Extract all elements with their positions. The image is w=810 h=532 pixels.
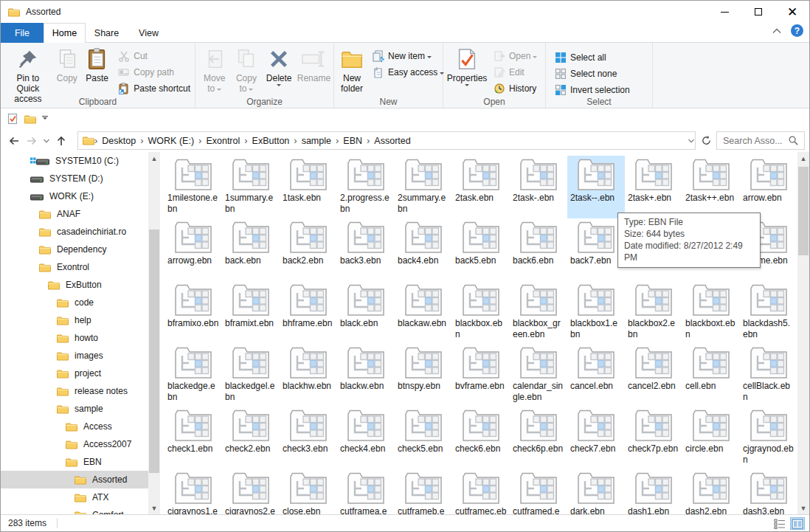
paste-shortcut-button[interactable]: Paste shortcut	[115, 80, 193, 97]
forward-button[interactable]	[23, 132, 41, 150]
copy-path-button[interactable]: Copy path	[115, 64, 193, 80]
help-button[interactable]: ?	[791, 24, 803, 37]
back-button[interactable]	[5, 132, 23, 150]
file-item-back3-ebn[interactable]: back3.ebn	[337, 218, 395, 281]
search-input[interactable]	[723, 136, 788, 146]
paste-button[interactable]: Paste	[82, 45, 112, 86]
file-item-2-progress-ebn[interactable]: 2.progress.ebn	[337, 156, 395, 218]
sidebar-item-atx[interactable]: ATX	[1, 488, 148, 506]
file-item-2task-ebn[interactable]: 2task++.ebn	[682, 156, 740, 218]
scroll-down-icon[interactable]: ▼	[797, 502, 809, 514]
easy-access-button[interactable]: Easy access	[370, 64, 447, 80]
sidebar-item-project[interactable]: project	[1, 365, 148, 382]
file-item-blackbox1-ebn[interactable]: blackbox1.ebn	[567, 281, 625, 344]
file-item-blackbox-ebn[interactable]: blackbox.ebn	[452, 281, 510, 344]
file-item-cancel2-ebn[interactable]: cancel2.ebn	[625, 344, 682, 407]
file-item-blackedgel-ebn[interactable]: blackedgel.ebn	[222, 344, 280, 407]
file-item-check6p-ebn[interactable]: check6p.ebn	[510, 407, 567, 469]
file-item-back7-ebn[interactable]: back7.ebn	[567, 218, 625, 281]
sidebar-scrollbar[interactable]: ▲ ▼	[148, 152, 160, 514]
minimize-button[interactable]	[707, 1, 741, 23]
file-item-blackedge-ebn[interactable]: blackedge.ebn	[165, 344, 222, 407]
file-item-blackw-ebn[interactable]: blackw.ebn	[337, 344, 395, 407]
file-item-check2-ebn[interactable]: check2.ebn	[222, 407, 280, 469]
tab-file[interactable]: File	[1, 23, 44, 43]
invert-selection-button[interactable]: Invert selection	[552, 82, 633, 98]
file-item-back2-ebn[interactable]: back2.ebn	[280, 218, 337, 281]
sidebar-item-access[interactable]: Access	[1, 418, 148, 435]
file-item-blackhw-ebn[interactable]: blackhw.ebn	[280, 344, 337, 407]
file-item-1milestone-ebn[interactable]: 1milestone.ebn	[165, 156, 222, 218]
up-button[interactable]	[52, 132, 70, 150]
file-item-back-ebn[interactable]: back.ebn	[222, 218, 280, 281]
tab-share[interactable]: Share	[86, 23, 128, 43]
file-item-back6-ebn[interactable]: back6.ebn	[510, 218, 567, 281]
breadcrumb-assorted[interactable]: Assorted	[370, 136, 415, 146]
file-item-blackboxt-ebn[interactable]: blackboxt.ebn	[682, 281, 740, 344]
properties-quick-icon[interactable]	[7, 113, 18, 125]
file-item-2summary-ebn[interactable]: 2summary.ebn	[395, 156, 452, 218]
details-view-button[interactable]	[772, 517, 787, 530]
file-item-cell-ebn[interactable]: cell.ebn	[682, 344, 740, 407]
file-item-btnspy-ebn[interactable]: btnspy.ebn	[395, 344, 452, 407]
sidebar-item-exontrol[interactable]: Exontrol	[1, 258, 148, 276]
sidebar-item-help[interactable]: help	[1, 311, 148, 329]
file-item-cancel-ebn[interactable]: cancel.ebn	[567, 344, 625, 407]
sidebar-item-comfort[interactable]: Comfort	[1, 506, 148, 514]
sidebar-item-sample[interactable]: sample	[1, 400, 148, 418]
new-folder-quick-icon[interactable]	[24, 114, 36, 124]
scroll-up-icon[interactable]: ▲	[797, 152, 809, 165]
select-all-button[interactable]: Select all	[552, 49, 633, 66]
rename-button[interactable]: Rename	[296, 45, 332, 86]
history-button[interactable]: History	[491, 80, 540, 97]
file-item-bframixo-ebn[interactable]: bframixo.ebn	[165, 281, 222, 344]
sidebar-item-release-notes[interactable]: release notes	[1, 382, 148, 400]
select-none-button[interactable]: Select none	[552, 66, 633, 82]
maximize-button[interactable]	[741, 1, 775, 23]
sidebar-item-assorted[interactable]: Assorted	[1, 471, 148, 488]
tab-home[interactable]: Home	[44, 23, 86, 43]
file-item-check6-ebn[interactable]: check6.ebn	[452, 407, 510, 469]
sidebar-item-access2007[interactable]: Access2007	[1, 435, 148, 453]
breadcrumb[interactable]: ›Desktop›WORK (E:)›Exontrol›ExButton›sam…	[77, 131, 696, 150]
file-item-2task-ebn[interactable]: 2task--.ebn	[567, 156, 625, 218]
file-item-check1-ebn[interactable]: check1.ebn	[165, 407, 222, 469]
collapse-ribbon-icon[interactable]	[772, 27, 782, 35]
content-scrollbar[interactable]: ▲ ▼	[797, 152, 809, 514]
file-item-arrowg-ebn[interactable]: arrowg.ebn	[165, 218, 222, 281]
properties-button[interactable]: Properties	[446, 45, 488, 91]
open-button[interactable]: Open	[491, 48, 540, 64]
file-item-check4-ebn[interactable]: check4.ebn	[337, 407, 395, 469]
file-item-arrow-ebn[interactable]: arrow.ebn	[740, 156, 797, 218]
recent-locations-button[interactable]	[41, 132, 52, 150]
file-item-bhframe-ebn[interactable]: bhframe.ebn	[280, 281, 337, 344]
scroll-down-icon[interactable]: ▼	[148, 502, 160, 514]
breadcrumb-desktop[interactable]: Desktop	[97, 136, 140, 146]
copy-to-button[interactable]: Copy to	[230, 45, 262, 96]
sidebar-scrollbar-thumb[interactable]	[149, 229, 159, 473]
delete-button[interactable]: Delete	[263, 45, 296, 91]
file-item-2task-ebn[interactable]: 2task-.ebn	[510, 156, 567, 218]
copy-button[interactable]: Copy	[52, 45, 82, 86]
scroll-up-icon[interactable]: ▲	[148, 152, 160, 165]
new-folder-button[interactable]: New folder	[337, 45, 367, 96]
file-item-back4-ebn[interactable]: back4.ebn	[395, 218, 452, 281]
file-item-2task-ebn[interactable]: 2task+.ebn	[625, 156, 682, 218]
file-item-blackdash5-ebn[interactable]: blackdash5.ebn	[740, 281, 797, 344]
file-item-calendar-single-ebn[interactable]: calendar_single.ebn	[510, 344, 567, 407]
file-item-bframixt-ebn[interactable]: bframixt.ebn	[222, 281, 280, 344]
sidebar-item-howto[interactable]: howto	[1, 329, 148, 347]
icons-view-button[interactable]	[790, 517, 805, 530]
sidebar-item-code[interactable]: code	[1, 294, 148, 311]
address-dropdown-icon[interactable]	[688, 137, 695, 145]
file-item-1task-ebn[interactable]: 1task.ebn	[280, 156, 337, 218]
file-item-circle-ebn[interactable]: circle.ebn	[682, 407, 740, 469]
sidebar-item-casadeinchiriat-ro[interactable]: casadeinchiriat.ro	[1, 223, 148, 241]
breadcrumb-exontrol[interactable]: Exontrol	[201, 136, 244, 146]
edit-button[interactable]: Edit	[491, 64, 540, 80]
file-item-back5-ebn[interactable]: back5.ebn	[452, 218, 510, 281]
sidebar-item-images[interactable]: images	[1, 347, 148, 365]
file-item-bvframe-ebn[interactable]: bvframe.ebn	[452, 344, 510, 407]
sidebar-item-anaf[interactable]: ANAF	[1, 205, 148, 223]
file-item-black-ebn[interactable]: black.ebn	[337, 281, 395, 344]
